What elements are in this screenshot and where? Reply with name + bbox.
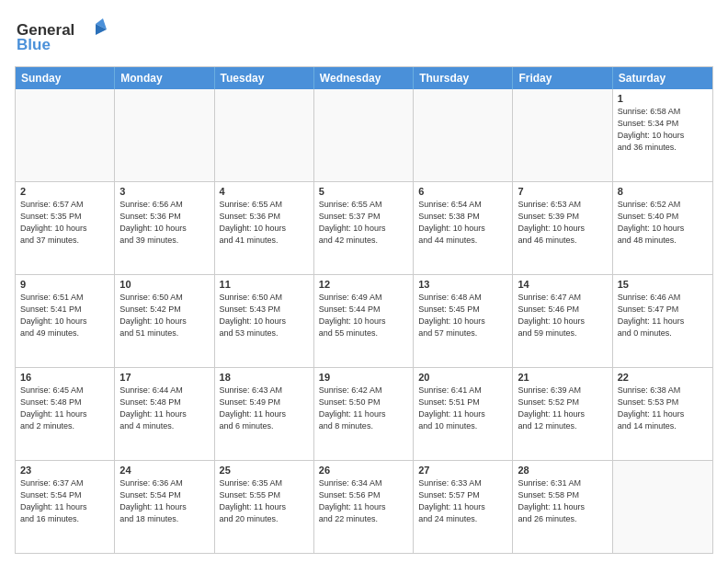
calendar-cell: 14Sunrise: 6:47 AM Sunset: 5:46 PM Dayli… — [513, 275, 612, 367]
calendar-cell: 12Sunrise: 6:49 AM Sunset: 5:44 PM Dayli… — [314, 275, 414, 367]
day-number: 3 — [119, 186, 209, 197]
day-number: 13 — [418, 279, 507, 290]
logo: General Blue — [15, 15, 116, 57]
calendar-body: 1Sunrise: 6:58 AM Sunset: 5:34 PM Daylig… — [16, 89, 712, 553]
header-day-tuesday: Tuesday — [215, 67, 314, 89]
calendar-header: SundayMondayTuesdayWednesdayThursdayFrid… — [16, 67, 712, 89]
day-number: 16 — [20, 372, 109, 383]
calendar: SundayMondayTuesdayWednesdayThursdayFrid… — [15, 66, 713, 554]
calendar-cell: 17Sunrise: 6:44 AM Sunset: 5:48 PM Dayli… — [115, 368, 214, 460]
day-info: Sunrise: 6:38 AM Sunset: 5:53 PM Dayligh… — [618, 385, 708, 432]
calendar-cell: 8Sunrise: 6:52 AM Sunset: 5:40 PM Daylig… — [613, 182, 712, 274]
calendar-cell: 20Sunrise: 6:41 AM Sunset: 5:51 PM Dayli… — [414, 368, 513, 460]
day-info: Sunrise: 6:54 AM Sunset: 5:38 PM Dayligh… — [418, 199, 507, 247]
calendar-week-1: 2Sunrise: 6:57 AM Sunset: 5:35 PM Daylig… — [16, 181, 712, 274]
calendar-week-2: 9Sunrise: 6:51 AM Sunset: 5:41 PM Daylig… — [16, 274, 712, 367]
calendar-cell: 7Sunrise: 6:53 AM Sunset: 5:39 PM Daylig… — [513, 182, 612, 274]
day-info: Sunrise: 6:44 AM Sunset: 5:48 PM Dayligh… — [119, 385, 209, 432]
day-info: Sunrise: 6:41 AM Sunset: 5:51 PM Dayligh… — [418, 385, 507, 432]
day-info: Sunrise: 6:37 AM Sunset: 5:54 PM Dayligh… — [20, 477, 109, 525]
day-number: 17 — [119, 372, 209, 383]
day-info: Sunrise: 6:53 AM Sunset: 5:39 PM Dayligh… — [518, 199, 607, 247]
day-number: 22 — [618, 372, 708, 383]
day-info: Sunrise: 6:51 AM Sunset: 5:41 PM Dayligh… — [20, 292, 109, 339]
calendar-cell — [613, 461, 712, 553]
header-day-thursday: Thursday — [414, 67, 513, 89]
calendar-cell: 10Sunrise: 6:50 AM Sunset: 5:42 PM Dayli… — [115, 275, 214, 367]
calendar-cell: 2Sunrise: 6:57 AM Sunset: 5:35 PM Daylig… — [16, 182, 115, 274]
day-info: Sunrise: 6:56 AM Sunset: 5:36 PM Dayligh… — [119, 199, 209, 247]
day-number: 5 — [319, 186, 408, 197]
day-info: Sunrise: 6:39 AM Sunset: 5:52 PM Dayligh… — [518, 385, 607, 432]
logo-icon: General Blue — [15, 15, 116, 53]
calendar-cell: 11Sunrise: 6:50 AM Sunset: 5:43 PM Dayli… — [215, 275, 314, 367]
calendar-cell: 16Sunrise: 6:45 AM Sunset: 5:48 PM Dayli… — [16, 368, 115, 460]
calendar-cell — [513, 89, 612, 181]
calendar-cell: 18Sunrise: 6:43 AM Sunset: 5:49 PM Dayli… — [215, 368, 314, 460]
calendar-cell: 26Sunrise: 6:34 AM Sunset: 5:56 PM Dayli… — [314, 461, 414, 553]
day-info: Sunrise: 6:50 AM Sunset: 5:42 PM Dayligh… — [119, 292, 209, 339]
day-number: 19 — [319, 372, 408, 383]
day-info: Sunrise: 6:50 AM Sunset: 5:43 PM Dayligh… — [220, 292, 309, 339]
day-info: Sunrise: 6:58 AM Sunset: 5:34 PM Dayligh… — [618, 106, 708, 154]
day-number: 2 — [20, 186, 109, 197]
page: General Blue SundayMondayTuesdayWednesda… — [0, 0, 728, 563]
day-info: Sunrise: 6:42 AM Sunset: 5:50 PM Dayligh… — [319, 385, 408, 432]
day-info: Sunrise: 6:49 AM Sunset: 5:44 PM Dayligh… — [319, 292, 408, 339]
day-number: 9 — [20, 279, 109, 290]
calendar-cell: 19Sunrise: 6:42 AM Sunset: 5:50 PM Dayli… — [314, 368, 414, 460]
day-info: Sunrise: 6:47 AM Sunset: 5:46 PM Dayligh… — [518, 292, 607, 339]
calendar-cell: 9Sunrise: 6:51 AM Sunset: 5:41 PM Daylig… — [16, 275, 115, 367]
calendar-cell: 13Sunrise: 6:48 AM Sunset: 5:45 PM Dayli… — [414, 275, 513, 367]
calendar-cell — [16, 89, 115, 181]
calendar-cell: 22Sunrise: 6:38 AM Sunset: 5:53 PM Dayli… — [613, 368, 712, 460]
day-number: 1 — [618, 93, 708, 104]
day-number: 20 — [418, 372, 507, 383]
calendar-week-3: 16Sunrise: 6:45 AM Sunset: 5:48 PM Dayli… — [16, 367, 712, 460]
day-number: 26 — [319, 465, 408, 476]
calendar-cell: 1Sunrise: 6:58 AM Sunset: 5:34 PM Daylig… — [613, 89, 712, 181]
day-number: 24 — [119, 465, 209, 476]
day-info: Sunrise: 6:55 AM Sunset: 5:36 PM Dayligh… — [220, 199, 309, 247]
day-info: Sunrise: 6:31 AM Sunset: 5:58 PM Dayligh… — [518, 477, 607, 525]
calendar-cell: 5Sunrise: 6:55 AM Sunset: 5:37 PM Daylig… — [314, 182, 414, 274]
day-number: 21 — [518, 372, 607, 383]
day-number: 10 — [119, 279, 209, 290]
day-info: Sunrise: 6:35 AM Sunset: 5:55 PM Dayligh… — [220, 477, 309, 525]
calendar-cell: 28Sunrise: 6:31 AM Sunset: 5:58 PM Dayli… — [513, 461, 612, 553]
day-info: Sunrise: 6:43 AM Sunset: 5:49 PM Dayligh… — [220, 385, 309, 432]
day-number: 6 — [418, 186, 507, 197]
day-number: 12 — [319, 279, 408, 290]
day-number: 8 — [618, 186, 708, 197]
calendar-week-4: 23Sunrise: 6:37 AM Sunset: 5:54 PM Dayli… — [16, 460, 712, 553]
header-day-wednesday: Wednesday — [314, 67, 414, 89]
day-info: Sunrise: 6:52 AM Sunset: 5:40 PM Dayligh… — [618, 199, 708, 247]
day-info: Sunrise: 6:33 AM Sunset: 5:57 PM Dayligh… — [418, 477, 507, 525]
day-number: 4 — [220, 186, 309, 197]
day-info: Sunrise: 6:46 AM Sunset: 5:47 PM Dayligh… — [618, 292, 708, 339]
header-day-friday: Friday — [513, 67, 612, 89]
day-number: 27 — [418, 465, 507, 476]
calendar-cell — [314, 89, 414, 181]
day-number: 14 — [518, 279, 607, 290]
day-info: Sunrise: 6:55 AM Sunset: 5:37 PM Dayligh… — [319, 199, 408, 247]
calendar-cell — [115, 89, 214, 181]
day-info: Sunrise: 6:36 AM Sunset: 5:54 PM Dayligh… — [119, 477, 209, 525]
day-number: 23 — [20, 465, 109, 476]
calendar-cell: 4Sunrise: 6:55 AM Sunset: 5:36 PM Daylig… — [215, 182, 314, 274]
header: General Blue — [15, 15, 713, 57]
svg-text:Blue: Blue — [17, 36, 51, 53]
header-day-saturday: Saturday — [613, 67, 712, 89]
calendar-cell: 3Sunrise: 6:56 AM Sunset: 5:36 PM Daylig… — [115, 182, 214, 274]
day-number: 7 — [518, 186, 607, 197]
day-info: Sunrise: 6:34 AM Sunset: 5:56 PM Dayligh… — [319, 477, 408, 525]
day-number: 15 — [618, 279, 708, 290]
day-number: 11 — [220, 279, 309, 290]
calendar-week-0: 1Sunrise: 6:58 AM Sunset: 5:34 PM Daylig… — [16, 89, 712, 181]
calendar-cell: 27Sunrise: 6:33 AM Sunset: 5:57 PM Dayli… — [414, 461, 513, 553]
day-number: 25 — [220, 465, 309, 476]
day-info: Sunrise: 6:45 AM Sunset: 5:48 PM Dayligh… — [20, 385, 109, 432]
day-info: Sunrise: 6:57 AM Sunset: 5:35 PM Dayligh… — [20, 199, 109, 247]
calendar-cell — [414, 89, 513, 181]
calendar-cell — [215, 89, 314, 181]
